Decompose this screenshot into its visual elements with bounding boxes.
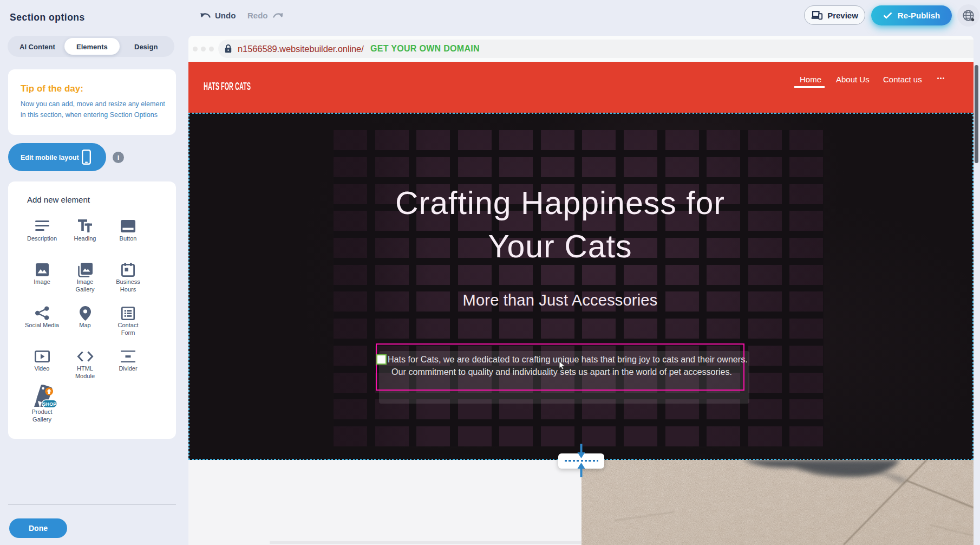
svg-text:SHOP: SHOP: [43, 401, 57, 407]
